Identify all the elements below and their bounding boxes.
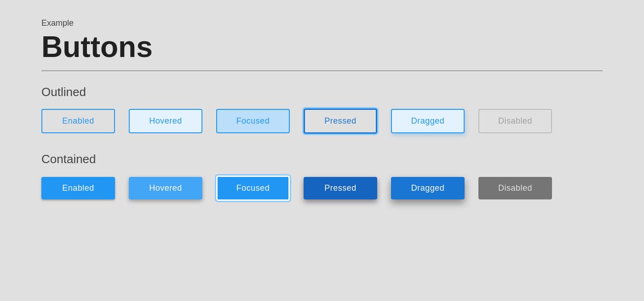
btn-contained-dragged[interactable]: Dragged (391, 177, 465, 199)
btn-contained-focused[interactable]: Focused (216, 176, 290, 201)
section-label-contained: Contained (41, 152, 603, 166)
page-title: Buttons (41, 31, 603, 63)
section-outlined: OutlinedEnabledHoveredFocusedPressedDrag… (41, 85, 603, 134)
button-row-outlined: EnabledHoveredFocusedPressedDraggedDisab… (41, 108, 603, 134)
section-label-outlined: Outlined (41, 85, 603, 99)
btn-outlined-pressed[interactable]: Pressed (304, 108, 377, 134)
page-subtitle: Example (41, 18, 603, 28)
button-row-contained: EnabledHoveredFocusedPressedDraggedDisab… (41, 176, 603, 201)
btn-contained-enabled[interactable]: Enabled (41, 177, 115, 199)
sections-container: OutlinedEnabledHoveredFocusedPressedDrag… (41, 85, 603, 201)
btn-contained-pressed[interactable]: Pressed (304, 177, 377, 199)
page-container: Example Buttons OutlinedEnabledHoveredFo… (41, 18, 603, 201)
btn-outlined-dragged[interactable]: Dragged (391, 109, 465, 133)
btn-contained-disabled: Disabled (478, 177, 552, 199)
section-contained: ContainedEnabledHoveredFocusedPressedDra… (41, 152, 603, 201)
btn-outlined-focused[interactable]: Focused (216, 109, 290, 133)
btn-outlined-disabled: Disabled (478, 109, 552, 133)
divider (41, 70, 603, 71)
btn-outlined-hovered[interactable]: Hovered (129, 109, 202, 133)
btn-outlined-enabled[interactable]: Enabled (41, 109, 115, 133)
btn-contained-hovered[interactable]: Hovered (129, 177, 202, 199)
